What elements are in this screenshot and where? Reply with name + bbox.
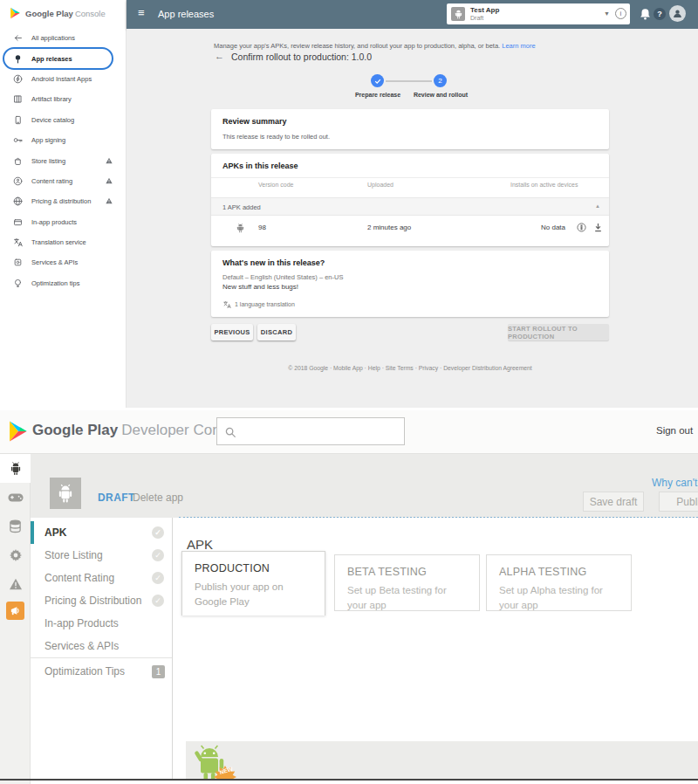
download-icon[interactable] (593, 223, 603, 232)
selected-app-status: Draft (470, 15, 483, 21)
whats-new-card: What's new in this release? Default – En… (211, 251, 609, 317)
column-version-code: Version code (258, 182, 293, 188)
menu-item-in-app-products[interactable]: In-app Products (31, 612, 173, 635)
services-icon (13, 258, 23, 267)
lightbulb-icon (13, 279, 23, 288)
tab-production[interactable]: PRODUCTION Publish your app on Google Pl… (181, 551, 325, 616)
discard-button[interactable]: DISCARD (257, 324, 296, 340)
whats-new-locale: Default – English (United States) – en-U… (222, 273, 343, 281)
hamburger-menu-icon[interactable]: ≡ (138, 7, 145, 18)
card-icon (13, 217, 23, 227)
notifications-bell-icon[interactable] (640, 8, 651, 20)
store-listing-icon (13, 156, 23, 166)
rail-settings-gear-icon[interactable] (0, 544, 31, 567)
sidebar-item-app-signing[interactable]: App signing (0, 130, 127, 149)
chevron-down-icon[interactable]: ▼ (604, 10, 610, 17)
screenshot-bottom-edge (0, 779, 698, 781)
publish-button[interactable]: Publish (659, 492, 698, 512)
sidebar-item-android-instant-apps[interactable]: Android Instant Apps (0, 69, 127, 88)
review-summary-card: Review summary This release is ready to … (211, 109, 609, 149)
search-icon (225, 427, 236, 438)
app-header-bar: DRAFT Delete app Why can't I p Save draf… (31, 454, 698, 518)
sidebar-item-optimization-tips[interactable]: Optimization tips (0, 273, 127, 292)
apks-card: APKs in this release Version code Upload… (211, 154, 609, 246)
why-cant-publish-link[interactable]: Why can't I p (652, 477, 698, 489)
tab-beta-testing[interactable]: BETA TESTING Set up Beta testing for you… (334, 554, 480, 611)
rail-alerts-icon[interactable] (0, 573, 31, 595)
page-header-title: App releases (158, 9, 214, 19)
logo-suffix: Console (75, 9, 106, 18)
search-box (216, 417, 405, 445)
translate-icon (13, 237, 23, 247)
android-mascot: NEW (194, 745, 237, 780)
account-avatar[interactable] (669, 5, 686, 22)
stepper-step1-done (371, 74, 384, 87)
old-console-logo: Google PlayDeveloper Console (32, 422, 248, 439)
apk-group-row[interactable]: 1 APK added ▲ (211, 197, 609, 216)
android-icon (236, 223, 245, 233)
play-console-logo: Google PlayConsole (10, 7, 106, 19)
back-arrow-icon[interactable]: ← (215, 51, 224, 61)
menu-item-apk[interactable]: APK ✓ (31, 521, 173, 544)
help-icon[interactable]: ? (654, 8, 666, 20)
main-content: Manage your app's APKs, review release h… (127, 29, 698, 408)
divider (211, 177, 609, 178)
sidebar-item-services-apis[interactable]: Services & APIs (0, 252, 127, 272)
optimization-tips-badge: 1 (152, 665, 165, 678)
whats-new-notes: New stuff and less bugs! (222, 283, 298, 291)
stepper-step1-label: Prepare release (345, 92, 411, 98)
delete-app-link[interactable]: Delete app (133, 492, 183, 504)
page-description: Manage your app's APKs, review release h… (214, 42, 536, 50)
rail-android-icon[interactable] (0, 457, 31, 479)
sidebar-item-content-rating[interactable]: Content rating (0, 171, 127, 190)
artifact-library-icon (13, 94, 23, 104)
whats-new-title: What's new in this release? (222, 258, 325, 267)
app-selector[interactable]: Test App Draft ▼ i (447, 3, 630, 24)
check-circle-icon: ✓ (152, 572, 164, 584)
collapse-caret-icon[interactable]: ▲ (595, 203, 600, 209)
sidebar-item-all-applications[interactable]: All applications (0, 28, 127, 47)
content-rating-icon (13, 176, 23, 186)
apk-table-row[interactable]: 98 2 minutes ago No data (211, 216, 609, 241)
menu-item-pricing-distribution[interactable]: Pricing & Distribution ✓ (31, 589, 173, 612)
rail-data-icon[interactable] (0, 515, 31, 538)
check-circle-icon: ✓ (152, 526, 164, 539)
sign-out-link[interactable]: Sign out (656, 425, 693, 436)
new-play-console: Google PlayConsole All applications App … (0, 0, 698, 408)
start-rollout-button[interactable]: START ROLLOUT TO PRODUCTION (508, 324, 609, 340)
rail-announcements-icon[interactable] (6, 602, 24, 620)
menu-item-optimization-tips[interactable]: Optimization Tips 1 (31, 660, 173, 683)
warning-icon (106, 197, 113, 204)
annotation-highlight-app-releases (3, 47, 113, 70)
stepper-connector (386, 80, 432, 82)
sidebar-item-pricing-distribution[interactable]: Pricing & distribution (0, 191, 127, 210)
rail-games-icon[interactable] (0, 486, 31, 509)
info-icon[interactable] (577, 223, 586, 232)
menu-item-services-apis[interactable]: Services & APIs (31, 635, 173, 657)
apk-main-pane: APK PRODUCTION Publish your app on Googl… (179, 518, 698, 780)
sidebar-item-device-catalog[interactable]: Device catalog (0, 110, 127, 129)
tab-alpha-testing[interactable]: ALPHA TESTING Set up Alpha testing for y… (486, 554, 632, 611)
app-icon (451, 7, 465, 21)
warning-icon (106, 157, 113, 164)
menu-item-content-rating[interactable]: Content Rating ✓ (31, 567, 173, 589)
column-installs: Installs on active devices (510, 182, 578, 188)
sidebar-item-translation-service[interactable]: Translation service (0, 232, 127, 251)
play-triangle-icon (8, 419, 29, 444)
warning-icon (106, 177, 113, 184)
sidebar-item-in-app-products[interactable]: In-app products (0, 212, 127, 231)
sidebar-item-store-listing[interactable]: Store listing (0, 151, 127, 170)
column-uploaded: Uploaded (367, 182, 393, 188)
confirm-rollout-title: Confirm rollout to production: 1.0.0 (231, 52, 372, 62)
review-summary-title: Review summary (222, 117, 287, 126)
apks-card-title: APKs in this release (222, 162, 298, 170)
save-draft-button[interactable]: Save draft (583, 492, 644, 512)
translations-count: 1 language translation (235, 301, 295, 307)
previous-button[interactable]: PREVIOUS (211, 324, 253, 340)
translate-icon (222, 300, 231, 309)
menu-item-store-listing[interactable]: Store Listing ✓ (31, 544, 173, 567)
search-input[interactable] (242, 422, 402, 443)
info-icon[interactable]: i (615, 8, 626, 19)
learn-more-link[interactable]: Learn more (502, 42, 535, 50)
sidebar-item-artifact-library[interactable]: Artifact library (0, 89, 127, 108)
